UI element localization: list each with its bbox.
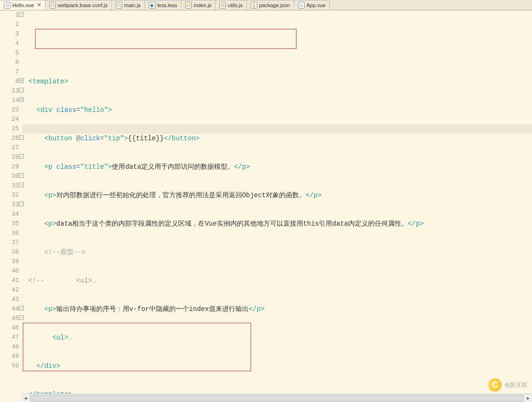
- tab-label: Hello.vue: [12, 2, 34, 8]
- scroll-right-icon[interactable]: ▶: [524, 395, 532, 401]
- tab-label: main.js: [124, 2, 141, 8]
- tab-main-js[interactable]: JSmain.js: [112, 0, 145, 10]
- js-icon: JS: [116, 2, 122, 9]
- tab-label: webpack.base.conf.js: [58, 2, 108, 8]
- horizontal-scrollbar[interactable]: ◀ ▶: [22, 393, 532, 402]
- js-icon: JS: [219, 2, 226, 9]
- tab-label: index.js: [194, 2, 211, 8]
- watermark-text: 创新互联: [505, 381, 527, 389]
- tab-webpack[interactable]: JSwebpack.base.conf.js: [45, 0, 112, 10]
- tab-less[interactable]: ◆less.less: [145, 0, 181, 10]
- code-area[interactable]: <template> <div class="hello"> <button @…: [22, 10, 532, 393]
- js-icon: JS: [49, 2, 56, 9]
- tab-hello-vue[interactable]: ◇Hello.vue✕: [0, 0, 45, 10]
- tab-index-js[interactable]: JSindex.js: [181, 0, 216, 10]
- code-editor[interactable]: 1−2345678−+13−14−+23242526−2728−2930−31−…: [0, 10, 532, 393]
- less-icon: ◆: [149, 2, 155, 9]
- line-gutter: 1−2345678−+13−14−+23242526−2728−2930−31−…: [0, 10, 22, 393]
- tab-app-vue[interactable]: ◇App.vue: [294, 0, 330, 10]
- tab-package-json[interactable]: {}package.json: [247, 0, 294, 10]
- tab-utils-js[interactable]: JSutils.js: [216, 0, 247, 10]
- tab-label: utils.js: [228, 2, 243, 8]
- watermark: C 创新互联: [488, 378, 527, 392]
- watermark-logo-icon: C: [488, 378, 502, 392]
- tab-bar: ◇Hello.vue✕ JSwebpack.base.conf.js JSmai…: [0, 0, 532, 10]
- scroll-left-icon[interactable]: ◀: [22, 395, 29, 401]
- json-icon: {}: [251, 2, 257, 9]
- close-icon[interactable]: ✕: [37, 2, 41, 8]
- js-icon: JS: [185, 2, 192, 9]
- tab-label: less.less: [157, 2, 177, 8]
- vue-icon: ◇: [298, 2, 305, 9]
- tab-label: App.vue: [307, 2, 325, 8]
- vue-icon: ◇: [4, 2, 10, 9]
- tab-label: package.json: [259, 2, 290, 8]
- highlight-box-1: [35, 29, 297, 49]
- scroll-thumb[interactable]: [30, 395, 523, 402]
